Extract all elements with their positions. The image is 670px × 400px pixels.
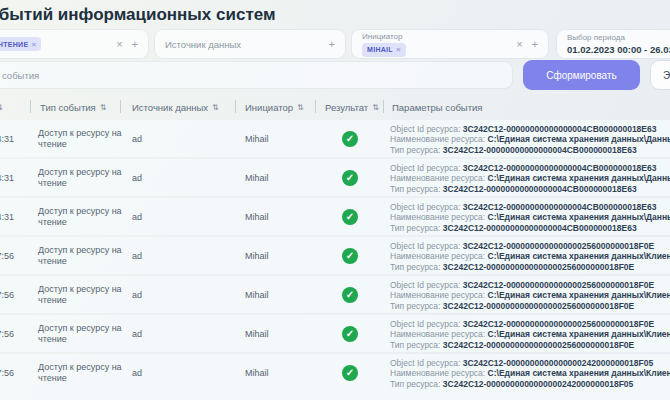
period-filter[interactable]: Выбор периода 01.02.2023 00:00 - 26.03.2… bbox=[557, 30, 670, 58]
sort-icon[interactable]: ⇅ bbox=[212, 103, 219, 112]
result-cell: ✓ bbox=[342, 159, 372, 196]
data-source-cell: ad bbox=[132, 276, 212, 313]
column-label: Инициатор bbox=[245, 102, 293, 113]
event-params-search-input[interactable]: события bbox=[0, 62, 512, 88]
chip-close-icon[interactable]: × bbox=[31, 40, 36, 49]
event-params-cell: Object Id ресурса: 3C242C12-000000000000… bbox=[390, 120, 670, 157]
param-id-value: 3C242C12-00000000000000004CB000000018E63 bbox=[463, 202, 657, 212]
param-id-label: Object Id ресурса: bbox=[390, 202, 460, 212]
param-name-value: C:\Единая система хранения данных\Данные… bbox=[488, 212, 670, 222]
data-source-cell: ad bbox=[132, 237, 212, 274]
param-id-label: Object Id ресурса: bbox=[390, 280, 460, 290]
event-params-cell: Object Id ресурса: 3C242C12-000000000000… bbox=[390, 198, 670, 235]
param-type-value: 3C242C12-00000000000000004CB000000018E63 bbox=[443, 145, 637, 155]
events-journal-page: событий информационных систем НА ЧТЕНИЕ … bbox=[0, 0, 670, 400]
success-check-icon: ✓ bbox=[342, 326, 358, 342]
chip-close-icon[interactable]: × bbox=[396, 45, 401, 54]
param-name-value: C:\Единая система хранения данных\Клиент… bbox=[488, 329, 670, 339]
result-cell: ✓ bbox=[342, 120, 372, 157]
event-params-cell: Object Id ресурса: 3C242C12-000000000000… bbox=[390, 159, 670, 196]
header-divider bbox=[30, 100, 31, 113]
column-label: Результат bbox=[325, 102, 368, 113]
event-time-cell: 7:56 bbox=[0, 237, 14, 274]
period-value: 01.02.2023 00:00 - 26.03.2024 23:59 bbox=[567, 44, 670, 55]
event-type-filter[interactable]: НА ЧТЕНИЕ × × + bbox=[0, 30, 148, 58]
event-type-cell: Доступ к ресурсу на чтение bbox=[38, 120, 126, 157]
param-name-label: Наименование ресурса: bbox=[390, 329, 485, 339]
param-type-label: Тип ресурса: bbox=[390, 262, 440, 272]
event-params-cell: Object Id ресурса: 3C242C12-000000000000… bbox=[390, 237, 670, 274]
table-row[interactable]: 7:56 Доступ к ресурсу на чтение ad Mihai… bbox=[0, 237, 670, 274]
table-row[interactable]: 7:56 Доступ к ресурсу на чтение ad Mihai… bbox=[0, 276, 670, 313]
column-header-result[interactable]: Результат ⇅ bbox=[325, 96, 379, 118]
event-type-cell: Доступ к ресурсу на чтение bbox=[38, 198, 126, 235]
header-divider bbox=[383, 100, 384, 113]
initiator-cell: Mihail bbox=[245, 354, 315, 391]
table-row[interactable]: 4:31 Доступ к ресурсу на чтение ad Mihai… bbox=[0, 120, 670, 157]
data-source-cell: ad bbox=[132, 120, 212, 157]
param-name-label: Наименование ресурса: bbox=[390, 212, 485, 222]
event-type-cell: Доступ к ресурсу на чтение bbox=[38, 354, 126, 391]
generate-button[interactable]: Сформировать bbox=[523, 60, 640, 90]
initiator-filter[interactable]: Инициатор MIHAIL × × + bbox=[352, 30, 548, 58]
event-type-cell: Доступ к ресурсу на чтение bbox=[38, 159, 126, 196]
table-row[interactable]: 7:56 Доступ к ресурсу на чтение ad Mihai… bbox=[0, 315, 670, 352]
column-label: Тип события bbox=[40, 102, 96, 113]
column-header-data-source[interactable]: Источник данных ⇅ bbox=[132, 96, 219, 118]
table-body: 4:31 Доступ к ресурсу на чтение ad Mihai… bbox=[0, 120, 670, 400]
data-source-filter[interactable]: Источник данных + bbox=[155, 30, 345, 58]
sort-icon[interactable]: ⇅ bbox=[0, 103, 3, 112]
success-check-icon: ✓ bbox=[342, 209, 358, 225]
column-header-event-params: Параметры события bbox=[392, 96, 483, 118]
data-source-cell: ad bbox=[132, 354, 212, 391]
table-row[interactable]: 4:31 Доступ к ресурсу на чтение ad Mihai… bbox=[0, 159, 670, 196]
param-name-label: Наименование ресурса: bbox=[390, 173, 485, 183]
event-time-cell: 4:31 bbox=[0, 159, 14, 196]
initiator-chip-label: MIHAIL bbox=[367, 46, 393, 53]
event-params-cell: Object Id ресурса: 3C242C12-000000000000… bbox=[390, 276, 670, 313]
param-id-value: 3C242C12-0000000000000000242000000018F05 bbox=[463, 358, 653, 368]
sort-icon[interactable]: ⇅ bbox=[100, 103, 107, 112]
param-type-label: Тип ресурса: bbox=[390, 379, 440, 389]
table-row[interactable]: 7:56 Доступ к ресурсу на чтение ad Mihai… bbox=[0, 354, 670, 400]
column-header-event-type[interactable]: Тип события ⇅ bbox=[40, 96, 106, 118]
column-header-initiator[interactable]: Инициатор ⇅ bbox=[245, 96, 304, 118]
result-cell: ✓ bbox=[342, 354, 372, 391]
event-params-search-text: события bbox=[2, 70, 39, 81]
event-time-cell: 4:31 bbox=[0, 120, 14, 157]
add-filter-icon[interactable]: + bbox=[329, 39, 335, 50]
event-params-cell: Object Id ресурса: 3C242C12-000000000000… bbox=[390, 315, 670, 352]
sort-icon[interactable]: ⇅ bbox=[297, 103, 304, 112]
param-type-value: 3C242C12-0000000000000000256000000018F0E bbox=[443, 340, 634, 350]
data-source-cell: ad bbox=[132, 315, 212, 352]
param-id-value: 3C242C12-0000000000000000256000000018F0E bbox=[463, 280, 654, 290]
clear-filter-icon[interactable]: × bbox=[116, 39, 122, 50]
table-row[interactable]: 4:31 Доступ к ресурсу на чтение ad Mihai… bbox=[0, 198, 670, 235]
param-type-value: 3C242C12-0000000000000000256000000018F0E bbox=[443, 301, 634, 311]
initiator-label: Инициатор bbox=[362, 32, 402, 41]
period-label: Выбор периода bbox=[567, 33, 625, 42]
param-name-label: Наименование ресурса: bbox=[390, 368, 485, 378]
success-check-icon: ✓ bbox=[342, 131, 358, 147]
success-check-icon: ✓ bbox=[342, 248, 358, 264]
initiator-cell: Mihail bbox=[245, 237, 315, 274]
event-time-cell: 7:56 bbox=[0, 315, 14, 352]
clear-filter-icon[interactable]: × bbox=[516, 39, 522, 50]
param-type-value: 3C242C12-00000000000000004CB000000018E63 bbox=[443, 184, 637, 194]
param-name-value: C:\Единая система хранения данных\Клиент… bbox=[488, 290, 670, 300]
sort-icon[interactable]: ⇅ bbox=[372, 103, 379, 112]
event-type-cell: Доступ к ресурсу на чтение bbox=[38, 276, 126, 313]
column-header-date[interactable]: ⇅ bbox=[0, 96, 3, 118]
column-label: Источник данных bbox=[132, 102, 208, 113]
initiator-chip[interactable]: MIHAIL × bbox=[362, 43, 406, 57]
param-type-value: 3C242C12-0000000000000000242000000018F05 bbox=[443, 379, 633, 389]
data-source-placeholder: Источник данных bbox=[165, 39, 241, 50]
table-header: ⇅ Тип события ⇅ Источник данных ⇅ Инициа… bbox=[0, 96, 670, 118]
event-type-chip[interactable]: НА ЧТЕНИЕ × bbox=[0, 37, 41, 51]
event-time-cell: 7:56 bbox=[0, 354, 14, 391]
initiator-cell: Mihail bbox=[245, 198, 315, 235]
export-button[interactable]: Экспорт bbox=[650, 60, 670, 90]
success-check-icon: ✓ bbox=[342, 365, 358, 381]
add-filter-icon[interactable]: + bbox=[532, 39, 538, 50]
add-filter-icon[interactable]: + bbox=[132, 39, 138, 50]
